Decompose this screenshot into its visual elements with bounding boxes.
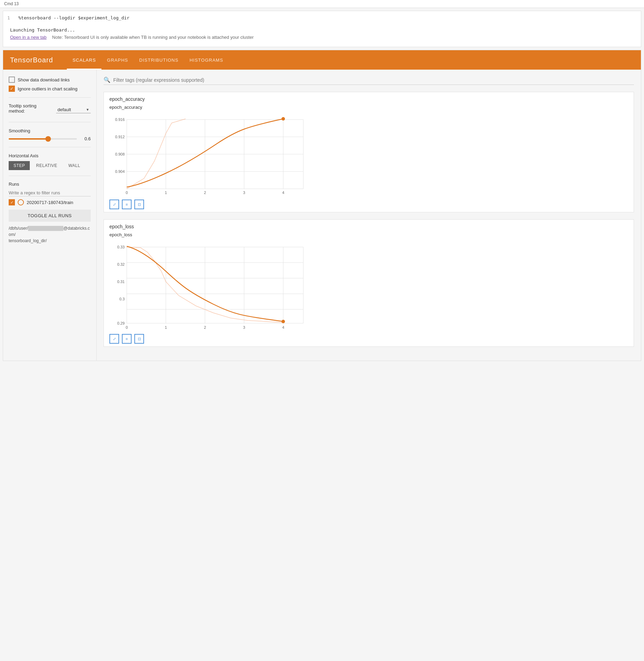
nav-scalars[interactable]: SCALARS [67, 50, 101, 70]
ignore-outliers-row: Ignore outliers in chart scaling [9, 86, 91, 92]
nav-graphs[interactable]: GRAPHS [101, 50, 134, 70]
ignore-outliers-label: Ignore outliers in chart scaling [18, 86, 78, 91]
smoothing-section: Smoothing 0.6 [9, 128, 91, 141]
tb-sidebar: Show data download links Ignore outliers… [3, 70, 97, 361]
axis-buttons: STEP RELATIVE WALL [9, 161, 91, 170]
svg-text:4: 4 [282, 191, 284, 195]
tooltip-row: Tooltip sorting method: default ▼ [9, 103, 91, 116]
show-download-checkbox[interactable] [9, 77, 15, 83]
smoothing-label: Smoothing [9, 128, 30, 133]
chart-accuracy-actions: ⤢ ≡ ⊡ [104, 198, 634, 212]
expand-btn-2[interactable]: ⤢ [109, 334, 119, 344]
divider-3 [9, 147, 91, 147]
tooltip-dropdown-arrow: ▼ [86, 108, 89, 112]
svg-text:0.904: 0.904 [115, 169, 125, 174]
slider-thumb [45, 136, 51, 142]
svg-text:1: 1 [165, 191, 167, 195]
data-btn-1[interactable]: ≡ [122, 200, 132, 209]
nav-distributions[interactable]: DISTRIBUTIONS [134, 50, 184, 70]
notebook-cell: 1 Launching TensorBoard... Open in a new… [3, 11, 641, 47]
search-icon: 🔍 [104, 77, 110, 83]
smoothing-row: 0.6 [9, 136, 91, 141]
output-launching: Launching TensorBoard... [10, 27, 634, 33]
zoom-btn-2[interactable]: ⊡ [134, 334, 144, 344]
output-link-row: Open in a new tab Note: Tensorboard UI i… [10, 35, 634, 40]
show-download-label: Show data download links [18, 77, 70, 82]
axis-label: Horizontal Axis [9, 153, 38, 158]
cell-output: Launching TensorBoard... Open in a new t… [7, 25, 637, 43]
svg-text:2: 2 [204, 191, 206, 195]
axis-wall-btn[interactable]: WALL [63, 161, 85, 170]
line-number: 1 [7, 15, 14, 20]
accuracy-svg: 0.916 0.912 0.908 0.904 0 1 2 3 4 [109, 113, 310, 196]
svg-text:0.3: 0.3 [119, 297, 125, 301]
run-checkbox[interactable] [9, 199, 15, 205]
svg-text:3: 3 [243, 191, 245, 195]
svg-text:0: 0 [126, 325, 128, 329]
divider-1 [9, 97, 91, 98]
axis-step-btn[interactable]: STEP [9, 161, 30, 170]
tb-brand: TensorBoard [10, 56, 53, 64]
output-note: Note: Tensorboard UI is only available w… [52, 35, 254, 40]
runs-path: /dbfs/user/████████████@databricks.com/t… [9, 225, 91, 244]
tb-navbar: TensorBoard SCALARS GRAPHS DISTRIBUTIONS… [3, 50, 641, 70]
nav-histograms[interactable]: HISTOGRAMS [184, 50, 229, 70]
toggle-all-runs-btn[interactable]: TOGGLE ALL RUNS [9, 210, 91, 222]
runs-path-prefix: /dbfs/user/ [9, 226, 28, 231]
svg-text:0.33: 0.33 [117, 245, 125, 249]
axis-relative-btn[interactable]: RELATIVE [31, 161, 62, 170]
svg-text:0.31: 0.31 [117, 280, 125, 284]
tooltip-select[interactable]: default ▼ [56, 106, 91, 113]
chart-accuracy: epoch_accuracy epoch_accuracy [104, 92, 634, 212]
runs-filter-input[interactable] [9, 190, 91, 196]
expand-btn-1[interactable]: ⤢ [109, 200, 119, 209]
chart-accuracy-section-title: epoch_accuracy [104, 92, 634, 102]
svg-text:0: 0 [126, 191, 128, 195]
runs-section: Runs 20200717-180743/train TOGGLE ALL RU… [9, 182, 91, 244]
zoom-btn-1[interactable]: ⊡ [134, 200, 144, 209]
show-download-row: Show data download links [9, 77, 91, 83]
top-bar-label: Cmd 13 [4, 1, 19, 6]
svg-text:0.29: 0.29 [117, 321, 125, 325]
runs-path-blurred: ████████████ [28, 226, 63, 231]
chart-accuracy-title: epoch_accuracy [104, 102, 634, 110]
chart-loss-section-title: epoch_loss [104, 220, 634, 229]
svg-text:4: 4 [282, 325, 284, 329]
slider-fill [9, 138, 50, 140]
smoothing-value: 0.6 [81, 136, 91, 141]
svg-text:0.916: 0.916 [115, 117, 125, 122]
chart-loss-svg: 0.33 0.32 0.31 0.3 0.29 0 1 2 3 4 [104, 237, 634, 333]
tooltip-label: Tooltip sorting method: [9, 103, 53, 114]
svg-text:0.908: 0.908 [115, 152, 125, 156]
tooltip-value: default [57, 107, 86, 112]
chart-loss-actions: ⤢ ≡ ⊡ [104, 333, 634, 346]
open-new-tab-link[interactable]: Open in a new tab [10, 35, 47, 40]
divider-2 [9, 122, 91, 122]
run-name: 20200717-180743/train [27, 200, 73, 205]
top-bar: Cmd 13 [0, 0, 644, 8]
divider-4 [9, 176, 91, 176]
data-btn-2[interactable]: ≡ [122, 334, 132, 344]
svg-text:2: 2 [204, 325, 206, 329]
filter-input[interactable] [113, 77, 634, 83]
run-circle [18, 199, 24, 205]
cell-line: 1 [7, 15, 637, 20]
runs-title: Runs [9, 182, 91, 187]
svg-text:3: 3 [243, 325, 245, 329]
run-item: 20200717-180743/train [9, 199, 91, 205]
ignore-outliers-checkbox[interactable] [9, 86, 15, 92]
tb-body: Show data download links Ignore outliers… [3, 70, 641, 361]
smoothing-slider[interactable] [9, 138, 77, 140]
chart-loss: epoch_loss epoch_loss [104, 219, 634, 347]
svg-text:0.912: 0.912 [115, 135, 125, 139]
tb-main: 🔍 epoch_accuracy epoch_accuracy [97, 70, 641, 361]
svg-point-20 [281, 117, 285, 121]
loss-svg: 0.33 0.32 0.31 0.3 0.29 0 1 2 3 4 [109, 240, 310, 330]
svg-text:1: 1 [165, 325, 167, 329]
svg-point-43 [281, 320, 285, 323]
svg-text:0.32: 0.32 [117, 262, 125, 266]
chart-loss-title: epoch_loss [104, 229, 634, 237]
horizontal-axis-section: Horizontal Axis STEP RELATIVE WALL [9, 153, 91, 170]
code-input[interactable] [18, 15, 637, 20]
tensorboard-wrapper: TensorBoard SCALARS GRAPHS DISTRIBUTIONS… [3, 50, 641, 361]
